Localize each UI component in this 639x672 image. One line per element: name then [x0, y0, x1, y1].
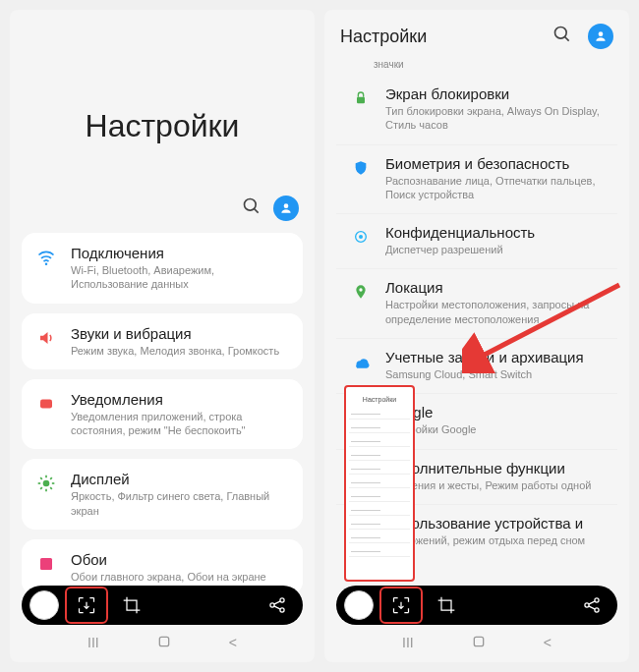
scroll-capture-button[interactable]: [383, 590, 419, 620]
svg-point-3: [45, 262, 48, 265]
item-title: Учетные записи и архивация: [385, 349, 604, 365]
navigation-bar: III <: [324, 629, 629, 656]
svg-line-10: [40, 478, 42, 480]
svg-point-0: [245, 199, 257, 211]
svg-line-11: [50, 488, 52, 490]
svg-line-19: [274, 606, 281, 609]
search-icon[interactable]: [552, 25, 572, 48]
item-title: Конфиденциальность: [385, 224, 604, 241]
item-sub: Распознавание лица, Отпечатки пальцев, П…: [385, 174, 604, 202]
notification-icon: [35, 393, 57, 415]
item-sub: приложений, режим отдыха перед сном: [385, 533, 604, 547]
cloud-icon: [350, 351, 372, 372]
header-actions: [10, 184, 315, 233]
svg-rect-14: [40, 558, 52, 570]
svg-line-22: [565, 37, 569, 41]
home-button[interactable]: [471, 634, 487, 652]
recent-button[interactable]: III: [402, 635, 414, 650]
item-title: Локация: [385, 279, 604, 296]
wifi-icon: [35, 247, 57, 268]
speaker-icon: [35, 327, 57, 349]
navigation-bar: III <: [10, 629, 315, 656]
settings-item-privacy[interactable]: КонфиденциальностьДиспетчер разрешений: [336, 214, 617, 269]
svg-point-15: [270, 603, 274, 607]
svg-point-33: [585, 603, 589, 607]
crop-button[interactable]: [429, 590, 464, 620]
back-button[interactable]: <: [544, 635, 552, 650]
item-sub: Движения и жесты, Режим работы одной: [385, 478, 604, 492]
shield-icon: [350, 157, 372, 179]
scroll-capture-highlight: [65, 587, 108, 624]
item-title: Google: [385, 404, 604, 420]
lock-icon: [350, 87, 372, 109]
item-sub: Настройки местоположения, запросы на опр…: [385, 298, 604, 326]
share-button[interactable]: [260, 590, 295, 620]
recent-button[interactable]: III: [87, 635, 99, 650]
scroll-capture-button[interactable]: [69, 590, 104, 620]
item-title: Экран блокировки: [385, 85, 604, 102]
header-title: Настройки: [340, 27, 427, 47]
screenshot-toolbar: [22, 586, 303, 625]
item-title: Использование устройства и: [385, 515, 604, 532]
svg-point-26: [359, 235, 363, 239]
svg-point-21: [555, 28, 567, 39]
item-sub: Яркость, Фильтр синего света, Главный эк…: [71, 489, 289, 518]
svg-rect-4: [40, 399, 52, 408]
brightness-icon: [35, 473, 57, 494]
item-sub: Диспетчер разрешений: [385, 243, 604, 256]
svg-line-13: [50, 478, 52, 480]
svg-rect-20: [159, 637, 168, 645]
svg-line-37: [589, 606, 596, 609]
phone-screen-right: Настройки значки Экран блокировкиТип бло…: [324, 10, 629, 662]
settings-item-biometrics[interactable]: Биометрия и безопасностьРаспознавание ли…: [336, 145, 617, 215]
svg-point-5: [43, 480, 50, 487]
svg-line-18: [274, 601, 281, 604]
svg-line-36: [589, 601, 596, 604]
settings-item-lockscreen[interactable]: Экран блокировкиТип блокировки экрана, A…: [336, 76, 617, 145]
item-title: Подключения: [71, 245, 289, 261]
svg-point-27: [359, 289, 362, 292]
settings-item-location[interactable]: ЛокацияНастройки местоположения, запросы…: [336, 269, 617, 339]
item-title: Дисплей: [71, 471, 289, 487]
phone-screen-left: Настройки ПодключенияWi-Fi, Bluetooth, А…: [10, 10, 315, 662]
scroll-capture-preview: Настройки —————————————————— ———————————…: [344, 385, 415, 582]
avatar[interactable]: [588, 24, 613, 49]
item-sub: Wi-Fi, Bluetooth, Авиарежим, Использован…: [71, 263, 289, 292]
settings-item-sounds[interactable]: Звуки и вибрацияРежим звука, Мелодия зво…: [22, 313, 303, 369]
item-sub: Настройки Google: [385, 422, 604, 436]
crop-button[interactable]: [114, 590, 149, 620]
item-sub: Режим звука, Мелодия звонка, Громкость: [71, 344, 289, 358]
back-button[interactable]: <: [229, 635, 237, 650]
settings-item-notifications[interactable]: УведомленияУведомления приложений, строк…: [22, 379, 303, 450]
item-title: Обои: [71, 551, 289, 568]
svg-point-34: [595, 598, 599, 602]
item-sub: Тип блокировки экрана, Always On Display…: [385, 104, 604, 133]
header: Настройки: [324, 10, 629, 59]
wallpaper-icon: [35, 553, 57, 575]
svg-rect-24: [357, 97, 365, 104]
avatar[interactable]: [273, 196, 299, 221]
location-icon: [350, 281, 372, 303]
settings-item-display[interactable]: ДисплейЯркость, Фильтр синего света, Гла…: [22, 459, 303, 530]
home-button[interactable]: [156, 634, 172, 652]
screenshot-thumbnail[interactable]: [344, 590, 374, 620]
item-sub: Уведомления приложений, строка состояния…: [71, 410, 289, 438]
svg-rect-38: [474, 637, 483, 645]
preview-title: Настройки: [349, 396, 410, 403]
svg-point-16: [280, 598, 284, 602]
privacy-icon: [350, 226, 372, 248]
svg-point-35: [595, 608, 599, 612]
share-button[interactable]: [574, 590, 610, 620]
item-title: Уведомления: [71, 391, 289, 408]
svg-line-1: [255, 209, 259, 213]
scroll-capture-highlight: [379, 587, 423, 624]
svg-line-12: [40, 488, 42, 490]
item-title: Звуки и вибрация: [71, 325, 289, 342]
svg-point-2: [284, 203, 289, 208]
item-sub: Обои главного экрана, Обои на экране: [71, 570, 289, 584]
settings-item-connections[interactable]: ПодключенияWi-Fi, Bluetooth, Авиарежим, …: [22, 233, 303, 304]
screenshot-toolbar: [336, 586, 617, 625]
item-title: Биометрия и безопасность: [385, 155, 604, 172]
search-icon[interactable]: [242, 196, 261, 220]
screenshot-thumbnail[interactable]: [29, 590, 59, 620]
